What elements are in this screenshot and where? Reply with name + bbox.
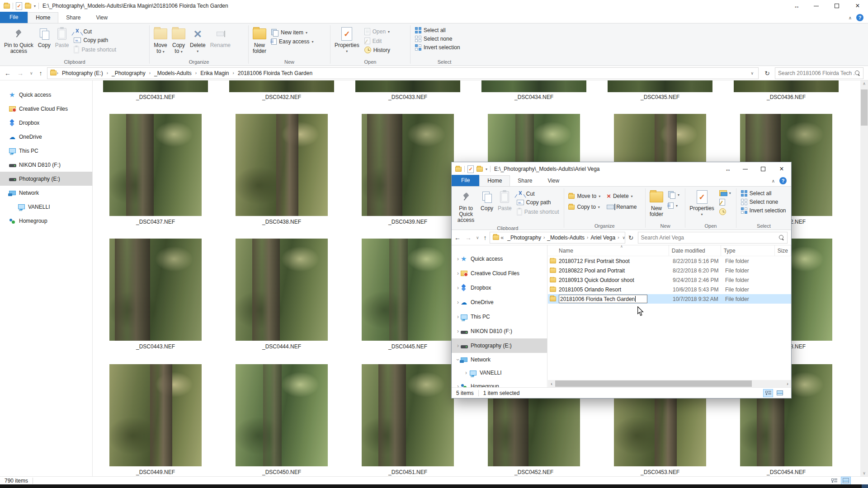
qat-customize-icon[interactable]: ▾ [34,4,36,8]
tab-share[interactable]: Share [58,13,88,23]
open-button[interactable]: Open▾ [363,28,392,36]
expand-icon[interactable]: › [455,270,461,277]
expand-icon[interactable]: › [455,299,461,305]
file-row[interactable]: 20180822 Pool and Portrait 8/22/2018 6:2… [548,266,791,275]
file-item[interactable]: _DSC0437.NEF [97,114,214,225]
paste-button[interactable]: Paste [53,24,71,49]
back-button[interactable]: ← [5,70,11,77]
move-to-button[interactable]: Move to▾ [566,192,602,200]
sidebar-item-quick-access[interactable]: ★Quick access [0,88,92,102]
tab-file[interactable]: File [452,175,479,186]
sidebar-item-vanelli[interactable]: ›VANELLI [452,366,547,379]
minimize-button[interactable] [736,162,754,176]
file-row[interactable]: 20180712 First Portrait Shoot 8/22/2018 … [548,256,791,266]
breadcrumb-segment[interactable]: 20181006 Floirda Tech Garden [235,70,316,76]
breadcrumb-segment[interactable]: Erika Magin [197,70,232,76]
history-button[interactable]: History [363,46,392,54]
address-dropdown-icon[interactable]: ∨ [748,71,756,75]
breadcrumb-segment[interactable]: _Models-Adults [545,235,586,241]
main-breadcrumb[interactable]: › Photography (E:) › _Photography › _Mod… [47,67,759,79]
file-item[interactable]: _DSC0439.NEF [349,114,466,225]
expand-icon[interactable]: › [455,383,461,387]
easy-access-button[interactable]: Easy access▾ [269,38,315,45]
scrollbar-thumb[interactable] [555,380,752,387]
invert-selection-button[interactable]: Invert selection [739,207,788,214]
file-item[interactable]: _DSC0445.NEF [349,239,466,350]
sidebar-item-vanelli[interactable]: VANELLI [0,200,92,214]
file-row[interactable]: 20180913 Quick Outdoor shoot 9/24/2018 2… [548,275,791,285]
back-button[interactable]: ← [454,234,461,241]
file-item[interactable]: _DSC0444.NEF [223,239,340,350]
search-input[interactable] [778,70,855,76]
expand-icon[interactable]: › [455,328,461,334]
breadcrumb-segment[interactable]: Ariel Vega [589,235,617,241]
invert-selection-button[interactable]: Invert selection [413,44,462,51]
sidebar-item-this-pc[interactable]: This PC [0,144,92,158]
file-item[interactable]: _DSC0431.NEF [97,80,214,100]
pin-to-quick-access-button[interactable]: Pin to Quickaccess [2,24,36,55]
sidebar-item-photography-drive[interactable]: Photography (E:) [0,172,92,186]
file-item[interactable]: _DSC0443.NEF [97,239,214,350]
forward-button[interactable]: → [17,70,24,77]
properties-qat-icon[interactable]: ✓ [16,2,22,10]
move-window-icon[interactable]: ↔ [720,162,736,176]
tab-view[interactable]: View [88,13,115,23]
expand-icon[interactable]: › [455,343,461,349]
cut-button[interactable]: Cut [515,190,561,197]
details-view-toggle[interactable] [763,389,773,397]
overlay-breadcrumb[interactable]: « _Photography › _Models-Adults › Ariel … [490,232,625,244]
select-none-button[interactable]: Select none [413,35,462,42]
copy-to-button[interactable]: Copy to▾ [566,203,602,211]
file-item[interactable]: _DSC0436.NEF [728,80,844,100]
collapse-ribbon-icon[interactable]: ∧ [772,178,775,183]
select-none-button[interactable]: Select none [739,198,788,206]
file-item[interactable]: _DSC0434.NEF [476,80,592,100]
sidebar-item-dropbox[interactable]: Dropbox [0,116,92,130]
thumbnail-view-toggle[interactable] [841,477,851,485]
help-icon[interactable]: ? [779,177,787,184]
expand-icon[interactable]: › [463,370,469,376]
breadcrumb-segment[interactable]: _Photography [505,235,543,241]
new-folder-button[interactable]: Newfolder [647,188,665,218]
up-button[interactable]: ↑ [39,70,42,77]
forward-button[interactable]: → [465,234,472,241]
details-view-toggle[interactable] [829,477,839,485]
tab-home[interactable]: Home [479,175,510,186]
tab-view[interactable]: View [540,176,567,186]
sidebar-item-onedrive[interactable]: ›☁OneDrive [452,295,547,310]
scrollbar-thumb[interactable] [861,89,868,126]
collapse-ribbon-icon[interactable]: ∧ [849,15,852,20]
close-button[interactable]: × [847,0,868,12]
pin-to-quick-access-button[interactable]: Pin to Quickaccess [453,188,478,224]
new-folder-button[interactable]: Newfolder [250,24,269,55]
column-header-date[interactable]: Date modified [669,245,721,256]
search-input[interactable] [641,235,779,241]
expand-icon[interactable]: › [455,285,461,291]
copy-to-button[interactable]: Copyto ▾ [170,24,188,56]
recent-locations-icon[interactable]: ∨ [476,235,479,240]
thumbnail-view-toggle[interactable] [775,389,785,397]
copy-path-button[interactable]: w..Copy path [72,37,118,44]
sidebar-item-this-pc[interactable]: ›This PC [452,310,547,324]
rename-button[interactable]: Rename [208,24,233,49]
expand-icon[interactable]: › [455,314,461,320]
up-button[interactable]: ↑ [484,234,487,241]
copy-button[interactable]: Copy [478,188,495,212]
breadcrumb-segment[interactable]: Photography (E:) [59,70,106,76]
select-all-button[interactable]: Select all [739,190,788,197]
scroll-left-icon[interactable]: ‹ [548,381,555,386]
delete-button[interactable]: ×Delete▾ [605,192,638,200]
scroll-down-icon[interactable]: ∨ [860,471,868,475]
sidebar-item-homegroup[interactable]: Homegroup [0,214,92,228]
edit-button[interactable]: Edit [363,37,392,45]
properties-qat-icon[interactable]: ✓ [467,165,474,173]
rename-edit-box[interactable]: 20181006 Florida Tech Garden [559,295,647,303]
copy-button[interactable]: Copy [36,24,53,49]
sidebar-item-onedrive[interactable]: ☁OneDrive [0,130,92,144]
help-icon[interactable]: ? [856,14,863,21]
new-item-button[interactable]: New item▾ [269,28,315,37]
tab-home[interactable]: Home [28,12,58,23]
sidebar-item-dropbox[interactable]: ›Dropbox [452,281,547,295]
select-all-button[interactable]: Select all [413,27,462,34]
minimize-button[interactable] [806,0,826,12]
